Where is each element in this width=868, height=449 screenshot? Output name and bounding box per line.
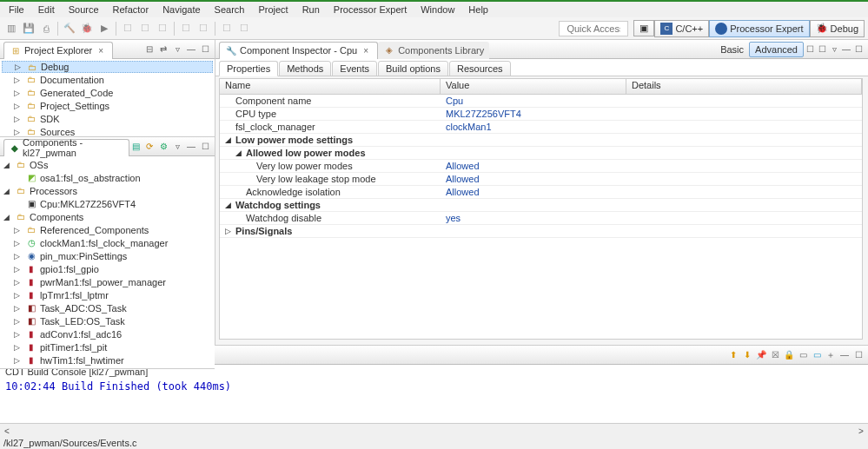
tree-folder[interactable]: ▷🗀Sources bbox=[2, 125, 213, 136]
scroll-left-icon[interactable]: < bbox=[0, 425, 14, 437]
tree-folder[interactable]: ▷🗀Project_Settings bbox=[2, 99, 213, 112]
console-clear-icon[interactable]: ☒ bbox=[769, 349, 781, 361]
tree-folder[interactable]: ▷🗀Documentation bbox=[2, 73, 213, 86]
menu-navigate[interactable]: Navigate bbox=[157, 3, 205, 17]
tree-folder[interactable]: ▷🗀SDK bbox=[2, 112, 213, 125]
console-lock-icon[interactable]: 🔒 bbox=[783, 349, 795, 361]
tab-project-explorer[interactable]: ⊞ Project Explorer × bbox=[3, 42, 113, 59]
expand-icon[interactable]: ▷ bbox=[14, 304, 23, 313]
project-explorer-tree[interactable]: ▷🗀Debug ▷🗀Documentation ▷🗀Generated_Code… bbox=[2, 61, 213, 136]
perspective-open-icon[interactable]: ▣ bbox=[633, 20, 654, 36]
property-row[interactable]: CPU typeMKL27Z256VFT4 bbox=[220, 108, 862, 121]
tree-component[interactable]: ▷◉pin_mux:PinSettings bbox=[2, 249, 213, 262]
tree-component[interactable]: ▷🗀Referenced_Components bbox=[2, 223, 213, 236]
collapse-icon[interactable]: ◢ bbox=[3, 213, 12, 221]
property-row[interactable]: fsl_clock_managerclockMan1 bbox=[220, 121, 862, 134]
tree-component[interactable]: ▷▮hwTim1:fsl_hwtimer bbox=[2, 353, 213, 366]
column-name[interactable]: Name bbox=[220, 79, 441, 94]
tree-group-processors[interactable]: ◢🗀Processors bbox=[2, 184, 213, 197]
subtab-build-options[interactable]: Build options bbox=[378, 61, 448, 76]
collapse-icon[interactable]: ◢ bbox=[3, 187, 12, 195]
tree-cpu[interactable]: ▣Cpu:MKL27Z256VFT4 bbox=[2, 197, 213, 210]
expand-icon[interactable]: ▷ bbox=[14, 330, 23, 339]
expand-icon[interactable]: ▷ bbox=[225, 227, 234, 235]
horizontal-scrollbar[interactable]: < > bbox=[0, 423, 868, 437]
maximize-icon[interactable]: ☐ bbox=[199, 141, 211, 153]
toolbar-icon[interactable]: ☐ bbox=[195, 21, 211, 36]
minimize-icon[interactable]: — bbox=[185, 141, 197, 153]
build-icon[interactable]: 🔨 bbox=[62, 21, 77, 36]
tree-component[interactable]: ▷◧Task_LED:OS_Task bbox=[2, 314, 213, 327]
minimize-icon[interactable]: — bbox=[185, 43, 197, 56]
maximize-icon[interactable]: ☐ bbox=[852, 43, 865, 56]
perspective-processor-expert[interactable]: Processor Expert bbox=[709, 20, 809, 37]
filter-icon[interactable]: ▤ bbox=[129, 141, 142, 153]
expand-icon[interactable]: ▷ bbox=[14, 317, 23, 326]
close-icon[interactable]: × bbox=[95, 44, 107, 56]
quick-access-input[interactable] bbox=[559, 21, 628, 36]
tree-group-oss[interactable]: ◢🗀OSs bbox=[2, 158, 213, 171]
save-icon[interactable]: 💾 bbox=[21, 21, 36, 36]
expand-icon[interactable]: ▷ bbox=[15, 63, 23, 71]
toolbar-icon[interactable]: ☐ bbox=[219, 21, 235, 36]
tree-component[interactable]: ▷◧Task_ADC:OS_Task bbox=[2, 301, 213, 314]
collapse-icon[interactable]: ◢ bbox=[235, 149, 244, 157]
toolbar-icon[interactable]: ☐ bbox=[155, 21, 170, 36]
close-icon[interactable]: × bbox=[360, 44, 372, 56]
property-row[interactable]: Component nameCpu bbox=[220, 95, 862, 108]
tree-component[interactable]: ▷◷clockMan1:fsl_clock_manager bbox=[2, 236, 213, 249]
tree-component[interactable]: ▷▮pwrMan1:fsl_power_manager bbox=[2, 275, 213, 288]
minimize-icon[interactable]: — bbox=[840, 43, 852, 56]
console-select-icon[interactable]: ▭ bbox=[811, 349, 823, 361]
column-details[interactable]: Details bbox=[626, 79, 862, 94]
menu-file[interactable]: File bbox=[3, 3, 30, 17]
collapse-icon[interactable]: ◢ bbox=[225, 201, 234, 209]
toolbar-icon[interactable]: ☐ bbox=[804, 43, 816, 56]
tree-component[interactable]: ▷▮gpio1:fsl_gpio bbox=[2, 262, 213, 275]
new-icon[interactable]: ▥ bbox=[3, 21, 19, 36]
mode-basic[interactable]: Basic bbox=[715, 43, 749, 56]
tree-folder-debug[interactable]: ▷🗀Debug bbox=[2, 61, 213, 73]
toolbar-icon[interactable]: ☐ bbox=[816, 43, 828, 56]
property-row[interactable]: Very low leakage stop modeAllowed bbox=[220, 173, 862, 186]
expand-icon[interactable]: ▷ bbox=[14, 89, 23, 97]
toolbar-icon[interactable]: ☐ bbox=[178, 21, 194, 36]
property-group-watchdog[interactable]: ◢Watchdog settings bbox=[220, 199, 862, 212]
console-switch-icon[interactable]: ▭ bbox=[797, 349, 809, 361]
expand-icon[interactable]: ▷ bbox=[14, 115, 23, 123]
property-group-pins[interactable]: ▷Pins/Signals bbox=[220, 225, 862, 238]
property-row[interactable]: Watchdog disableyes bbox=[220, 212, 862, 225]
tree-folder[interactable]: ▷🗀Generated_Code bbox=[2, 86, 213, 99]
perspective-cpp[interactable]: C C/C++ bbox=[654, 20, 709, 37]
menu-processor-expert[interactable]: Processor Expert bbox=[328, 3, 412, 17]
tree-component[interactable]: ▷▮lpTmr1:fsl_lptmr bbox=[2, 288, 213, 301]
subtab-events[interactable]: Events bbox=[332, 61, 377, 76]
expand-icon[interactable]: ▷ bbox=[14, 252, 23, 261]
menu-edit[interactable]: Edit bbox=[33, 3, 60, 17]
expand-icon[interactable]: ▷ bbox=[14, 356, 23, 365]
menu-help[interactable]: Help bbox=[463, 3, 494, 17]
tab-component-inspector[interactable]: 🔧 Component Inspector - Cpu × bbox=[219, 42, 378, 59]
expand-icon[interactable]: ▷ bbox=[14, 239, 23, 248]
expand-icon[interactable]: ▷ bbox=[14, 278, 23, 287]
console-pin-icon[interactable]: 📌 bbox=[755, 349, 767, 361]
property-group-allowed-modes[interactable]: ◢Allowed low power modes bbox=[220, 147, 862, 160]
property-group-low-power[interactable]: ◢Low power mode settings bbox=[220, 134, 862, 147]
console-new-icon[interactable]: ＋ bbox=[825, 349, 837, 361]
menu-search[interactable]: Search bbox=[209, 3, 250, 17]
maximize-icon[interactable]: ☐ bbox=[199, 43, 211, 56]
components-tree[interactable]: ◢🗀OSs ◩osa1:fsl_os_abstraction ◢🗀Process… bbox=[2, 158, 213, 366]
collapse-icon[interactable]: ◢ bbox=[3, 161, 12, 169]
toolbar-icon[interactable]: ☐ bbox=[236, 21, 252, 36]
scroll-right-icon[interactable]: > bbox=[854, 425, 868, 437]
tab-components[interactable]: ◆ Components - kl27_pwman bbox=[3, 139, 129, 156]
subtab-properties[interactable]: Properties bbox=[219, 61, 278, 76]
expand-icon[interactable]: ▷ bbox=[14, 226, 23, 234]
toolbar-icon[interactable]: ☐ bbox=[137, 21, 153, 36]
property-row[interactable]: Very low power modesAllowed bbox=[220, 160, 862, 173]
perspective-debug[interactable]: 🐞 Debug bbox=[810, 20, 865, 37]
property-row[interactable]: Acknowledge isolationAllowed bbox=[220, 186, 862, 199]
debug-icon[interactable]: 🐞 bbox=[79, 21, 95, 36]
tree-component[interactable]: ▷▮pitTimer1:fsl_pit bbox=[2, 340, 213, 353]
expand-icon[interactable]: ▷ bbox=[14, 128, 23, 136]
